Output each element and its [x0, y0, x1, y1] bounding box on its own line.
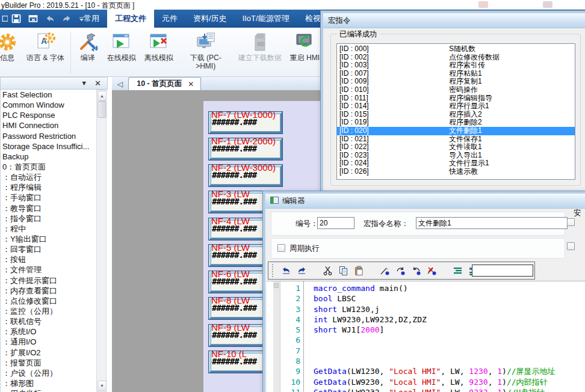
cut-icon[interactable] [323, 266, 333, 276]
code-editor[interactable]: 1macro_command main()2bool LBSC3short LW… [267, 281, 585, 392]
ribbon-button-5[interactable]: 离线模拟 [140, 31, 178, 63]
window-tree-item-19[interactable]: ：文件提示窗口 [1, 275, 97, 286]
window-tree-item-23[interactable]: ：联机信号 [1, 316, 97, 326]
macro-list-item-10[interactable]: [ID : 019]程序删除2 [337, 118, 575, 127]
macro-list-item-7[interactable]: [ID : 011]程序编辑指导 [337, 94, 575, 103]
macro-id-input[interactable] [317, 217, 354, 229]
window-tree-item-11[interactable]: ：手动窗口 [1, 192, 97, 203]
window-tree-item-8[interactable]: 0：首页页面 [1, 162, 97, 172]
macro-list-item-1[interactable]: [ID : 000]S随机数 [337, 45, 575, 54]
window-tree-item-13[interactable]: ：指令窗口 [1, 213, 97, 224]
scroll-thumb[interactable] [98, 101, 107, 118]
canvas-tab-active[interactable]: 10 - 首页页面 ✕ [128, 77, 201, 90]
save-icon[interactable] [11, 14, 21, 23]
window-tree-item-16[interactable]: ：回零窗口 [1, 244, 97, 254]
ribbon-button-8[interactable]: 重启 HMI [286, 31, 324, 63]
window-tree-item-29[interactable]: ：梯形图 [1, 378, 97, 388]
offline-window-icon[interactable] [28, 14, 38, 23]
code-line-7: 7 [267, 346, 585, 356]
window-tree-item-3[interactable]: PLC Response [1, 110, 97, 120]
window-tree-item-30[interactable]: ：用户坐标 [1, 388, 97, 392]
redo-icon[interactable] [62, 14, 72, 23]
window-tree-item-10[interactable]: ：程序编辑 [1, 182, 97, 192]
panel-close-icon[interactable]: ✕ [94, 80, 101, 87]
macro-list-item-6[interactable]: [ID : 010]密码操作 [337, 86, 575, 94]
window-tree-item-18[interactable]: ：文件管理 [1, 265, 97, 275]
window-tree-item-6[interactable]: Storage Space Insuffici... [1, 141, 97, 152]
security-checkbox-1[interactable] [567, 218, 575, 226]
ribbon-button-4[interactable]: 在线模拟 [103, 31, 140, 63]
macro-list-item-9[interactable]: [ID : 015]程序插入2 [337, 111, 575, 119]
macro-list-item-8[interactable]: [ID : 014]程序行显示1 [337, 102, 575, 111]
macro-list-item-5[interactable]: [ID : 009]程序复制1 [337, 78, 575, 86]
macro-list-item-4[interactable]: [ID : 007]程序粘贴1 [337, 70, 575, 78]
macro-list-item-13[interactable]: [ID : 022]文件读取1 [337, 143, 575, 152]
numeric-display-element-1[interactable]: ######.###NF-7 (LW-1000) [209, 112, 282, 133]
editor-dialog-titlebar[interactable]: 编辑器 [265, 194, 585, 209]
toolbar-grip[interactable] [272, 264, 276, 277]
window-tree-item-12[interactable]: ：教导窗口 [1, 203, 97, 213]
ribbon-button-1[interactable]: 信息 [0, 31, 22, 63]
window-tree-item-21[interactable]: ：点位修改窗口 [1, 296, 97, 306]
sidebar-scrollbar[interactable]: ▲ ▼ [96, 90, 107, 392]
numeric-display-element-2[interactable]: ######.###NF-1 (LW-2000) [209, 138, 282, 160]
macro-id-group: 编号： 宏指令名称： [271, 212, 565, 236]
ribbon-button-3[interactable]: 编译 [73, 31, 103, 63]
window-tree-item-22[interactable]: ：监控（公用） [1, 306, 97, 316]
ribbon-button-2[interactable]: A语言 & 字体 [22, 31, 69, 63]
macro-list-item-11[interactable]: [ID : 020]文件删除1 [337, 127, 575, 135]
ribbon-tab-2[interactable]: 工程文件 [107, 10, 154, 28]
indent-icon[interactable] [453, 266, 463, 276]
ribbon-button-6[interactable]: 下载 (PC->HMI) [178, 31, 234, 71]
bookmark-next-icon[interactable] [395, 266, 406, 276]
code-line-5: 5short WJ1[2000] [267, 325, 585, 335]
window-tree-item-26[interactable]: ：扩展I/O2 [1, 348, 97, 358]
window-tree-item-2[interactable]: Common Window [1, 100, 97, 110]
paste-icon[interactable] [354, 266, 364, 276]
toolbar-search-input[interactable] [472, 265, 533, 277]
redo-icon[interactable] [297, 266, 307, 276]
window-tree-item-7[interactable]: Backup [1, 152, 97, 162]
bookmark-clear-icon[interactable] [427, 266, 437, 276]
window-tree-item-25[interactable]: ：通用I/O [1, 337, 97, 347]
bookmark-toggle-icon[interactable] [380, 266, 390, 276]
numeric-display-element-3[interactable]: ######.###NF-2 (LW-3000) [209, 165, 282, 186]
macro-list-item-14[interactable]: [ID : 023]导入导出1 [337, 152, 575, 160]
window-tree-item-28[interactable]: ：户设（公用） [1, 368, 97, 378]
security-checkbox-2[interactable] [567, 242, 575, 250]
code-line-10: 10GetData(LW9230, "Local HMI", LW, 9230,… [267, 377, 585, 387]
scroll-down-icon[interactable]: ▼ [98, 381, 107, 391]
window-tree-item-4[interactable]: HMI Connection [1, 120, 97, 130]
ribbon-tab-4[interactable]: 资料/历史 [185, 10, 235, 28]
macro-dialog-titlebar[interactable]: 宏指令 [323, 13, 585, 28]
window-tree-item-27[interactable]: ：报警页面 [1, 358, 97, 368]
macro-list-item-3[interactable]: [ID : 003]程序索引传 [337, 61, 575, 70]
macro-name-input[interactable] [416, 217, 568, 229]
panel-menu-chevron-icon[interactable]: ▼ [81, 80, 87, 87]
macro-list-item-15[interactable]: [ID : 024]文件行显示1 [337, 159, 575, 168]
window-tree-item-15[interactable]: ：Y输出窗口 [1, 234, 97, 244]
macro-list-item-12[interactable]: [ID : 021]文件保存1 [337, 135, 575, 144]
copy-icon[interactable] [338, 266, 348, 276]
window-tree-item-5[interactable]: Password Restriction [1, 131, 97, 141]
window-tree-item-17[interactable]: ：按钮 [1, 254, 97, 265]
window-tree-item-9[interactable]: ：自动运行 [1, 172, 97, 182]
tab-close-icon[interactable]: ✕ [188, 80, 194, 88]
window-tree-item-14[interactable]: ：程中 [1, 224, 97, 234]
ribbon-tab-3[interactable]: 元件 [154, 10, 185, 28]
tab-nav-left-icon[interactable]: ◁ [117, 80, 123, 88]
undo-icon[interactable] [45, 14, 55, 23]
ribbon-tab-5[interactable]: IIoT/能源管理 [235, 10, 297, 28]
macro-list-item-2[interactable]: [ID : 002]点位修改传数据 [337, 54, 575, 62]
periodic-checkbox[interactable] [277, 244, 285, 252]
window-tree-item-1[interactable]: Fast Selection [1, 90, 97, 100]
app-menu-icon[interactable] [0, 14, 4, 23]
window-tree-item-20[interactable]: ：内存查看窗口 [1, 286, 97, 296]
window-tree-item-24[interactable]: ：系统I/O [1, 326, 97, 337]
scroll-up-icon[interactable]: ▲ [98, 91, 107, 101]
macro-list-item-16[interactable]: [ID : 026]快速示教 [337, 168, 575, 176]
macro-list[interactable]: [ID : 000]S随机数[ID : 002]点位修改传数据[ID : 003… [336, 43, 575, 180]
undo-icon[interactable] [281, 266, 291, 276]
bookmark-prev-icon[interactable] [411, 266, 421, 276]
ribbon-tab-1[interactable]: 常用 [76, 10, 107, 28]
